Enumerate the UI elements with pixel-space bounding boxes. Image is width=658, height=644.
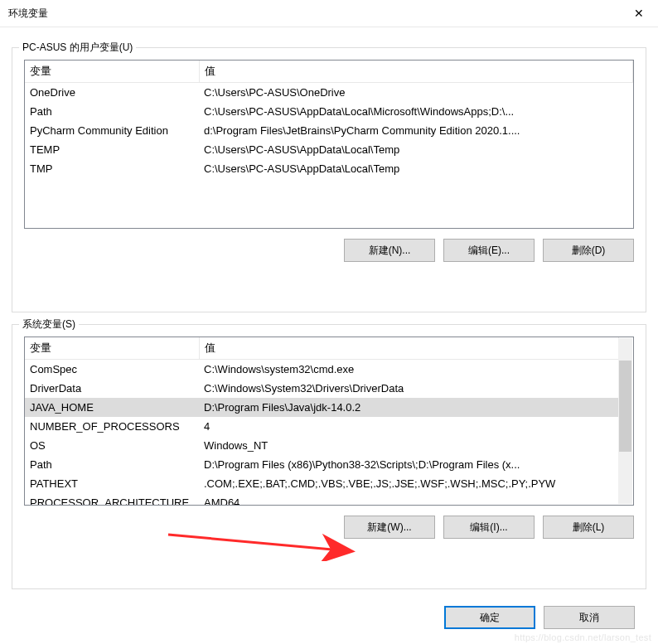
- user-vars-buttons: 新建(N)... 编辑(E)... 删除(D): [24, 239, 634, 262]
- user-delete-button[interactable]: 删除(D): [543, 239, 634, 262]
- table-row[interactable]: OSWindows_NT: [25, 436, 619, 455]
- system-vars-group: 系统变量(S) 变量 值 ComSpecC:\Windows\system32\…: [12, 324, 646, 589]
- cell-value: D:\Program Files\Java\jdk-14.0.2: [199, 398, 619, 417]
- table-row[interactable]: ComSpecC:\Windows\system32\cmd.exe: [25, 360, 619, 380]
- cell-value: C:\Users\PC-ASUS\AppData\Local\Microsoft…: [199, 102, 633, 121]
- cell-variable: DriverData: [25, 379, 199, 398]
- cell-value: .COM;.EXE;.BAT;.CMD;.VBS;.VBE;.JS;.JSE;.…: [199, 474, 619, 493]
- env-vars-window: 环境变量 ✕ PC-ASUS 的用户变量(U) 变量 值 OneDriveC:\…: [0, 0, 658, 644]
- table-row[interactable]: NUMBER_OF_PROCESSORS4: [25, 417, 619, 436]
- dialog-body: PC-ASUS 的用户变量(U) 变量 值 OneDriveC:\Users\P…: [0, 27, 658, 589]
- system-col-variable[interactable]: 变量: [25, 337, 199, 360]
- titlebar: 环境变量 ✕: [0, 0, 658, 27]
- user-col-variable[interactable]: 变量: [25, 61, 199, 83]
- table-row[interactable]: TEMPC:\Users\PC-ASUS\AppData\Local\Temp: [25, 140, 633, 159]
- cell-value: C:\Users\PC-ASUS\AppData\Local\Temp: [199, 140, 633, 159]
- cell-value: C:\Windows\System32\Drivers\DriverData: [199, 379, 619, 398]
- cell-value: C:\Users\PC-ASUS\OneDrive: [199, 83, 633, 103]
- cell-value: C:\Users\PC-ASUS\AppData\Local\Temp: [199, 159, 633, 178]
- cell-variable: OS: [25, 436, 199, 455]
- table-row[interactable]: PROCESSOR_ARCHITECTUREAMD64: [25, 493, 619, 506]
- cell-value: 4: [199, 417, 619, 436]
- system-vars-buttons: 新建(W)... 编辑(I)... 删除(L): [24, 516, 634, 539]
- table-row[interactable]: PATHEXT.COM;.EXE;.BAT;.CMD;.VBS;.VBE;.JS…: [25, 474, 619, 493]
- system-scrollbar-thumb[interactable]: [619, 361, 631, 452]
- user-vars-table[interactable]: 变量 值 OneDriveC:\Users\PC-ASUS\OneDrivePa…: [25, 61, 633, 178]
- close-icon[interactable]: ✕: [620, 0, 658, 27]
- cell-value: C:\Windows\system32\cmd.exe: [199, 360, 619, 380]
- cell-variable: NUMBER_OF_PROCESSORS: [25, 417, 199, 436]
- system-vars-table[interactable]: 变量 值 ComSpecC:\Windows\system32\cmd.exeD…: [25, 337, 619, 506]
- cell-variable: PyCharm Community Edition: [25, 121, 199, 140]
- cell-variable: ComSpec: [25, 360, 199, 380]
- system-vars-table-wrap: 变量 值 ComSpecC:\Windows\system32\cmd.exeD…: [24, 337, 634, 506]
- system-delete-button[interactable]: 删除(L): [543, 516, 634, 539]
- user-new-button[interactable]: 新建(N)...: [344, 239, 435, 262]
- cell-variable: OneDrive: [25, 83, 199, 103]
- cell-variable: Path: [25, 455, 199, 474]
- dialog-buttons: 确定 取消: [444, 606, 635, 629]
- cell-variable: PATHEXT: [25, 474, 199, 493]
- cell-value: AMD64: [199, 493, 619, 506]
- user-vars-table-wrap: 变量 值 OneDriveC:\Users\PC-ASUS\OneDrivePa…: [24, 60, 634, 229]
- user-edit-button[interactable]: 编辑(E)...: [443, 239, 535, 262]
- table-row[interactable]: TMPC:\Users\PC-ASUS\AppData\Local\Temp: [25, 159, 633, 178]
- cell-variable: PROCESSOR_ARCHITECTURE: [25, 493, 199, 506]
- user-vars-group-label: PC-ASUS 的用户变量(U): [19, 41, 136, 55]
- cell-variable: Path: [25, 102, 199, 121]
- system-scrollbar[interactable]: [618, 338, 632, 504]
- cell-value: Windows_NT: [199, 436, 619, 455]
- cell-variable: JAVA_HOME: [25, 398, 199, 417]
- cancel-button[interactable]: 取消: [544, 606, 635, 629]
- cell-variable: TMP: [25, 159, 199, 178]
- cell-value: d:\Program Files\JetBrains\PyCharm Commu…: [199, 121, 633, 140]
- table-row[interactable]: PyCharm Community Editiond:\Program File…: [25, 121, 633, 140]
- watermark: https://blog.csdn.net/larson_test: [515, 632, 651, 642]
- user-vars-group: PC-ASUS 的用户变量(U) 变量 值 OneDriveC:\Users\P…: [12, 47, 646, 312]
- cell-value: D:\Program Files (x86)\Python38-32\Scrip…: [199, 455, 619, 474]
- table-row[interactable]: JAVA_HOMED:\Program Files\Java\jdk-14.0.…: [25, 398, 619, 417]
- table-row[interactable]: PathC:\Users\PC-ASUS\AppData\Local\Micro…: [25, 102, 633, 121]
- system-new-button[interactable]: 新建(W)...: [344, 516, 435, 539]
- user-col-value[interactable]: 值: [199, 61, 633, 83]
- window-title: 环境变量: [8, 7, 620, 21]
- table-row[interactable]: PathD:\Program Files (x86)\Python38-32\S…: [25, 455, 619, 474]
- system-col-value[interactable]: 值: [199, 337, 619, 360]
- ok-button[interactable]: 确定: [444, 606, 535, 629]
- cell-variable: TEMP: [25, 140, 199, 159]
- table-row[interactable]: DriverDataC:\Windows\System32\Drivers\Dr…: [25, 379, 619, 398]
- system-vars-group-label: 系统变量(S): [19, 317, 79, 332]
- table-row[interactable]: OneDriveC:\Users\PC-ASUS\OneDrive: [25, 83, 633, 103]
- system-edit-button[interactable]: 编辑(I)...: [443, 516, 535, 539]
